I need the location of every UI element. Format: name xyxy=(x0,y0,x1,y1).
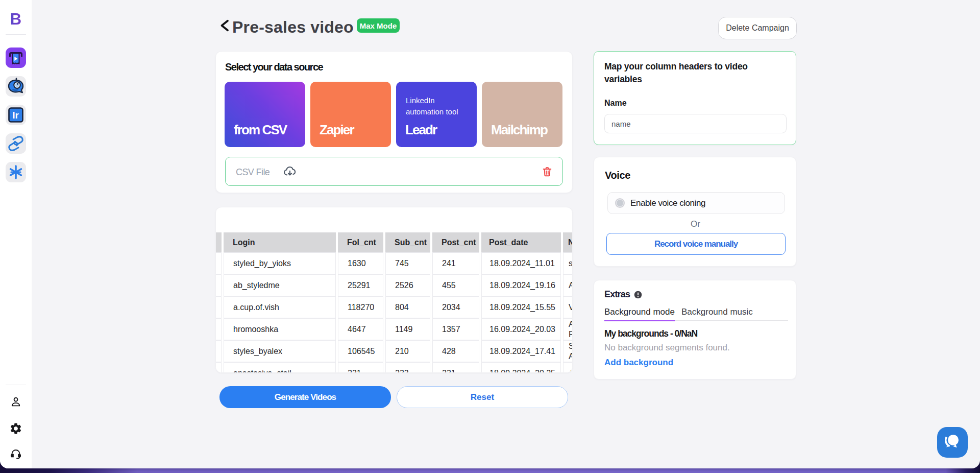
svg-text:Ir: Ir xyxy=(12,110,19,121)
